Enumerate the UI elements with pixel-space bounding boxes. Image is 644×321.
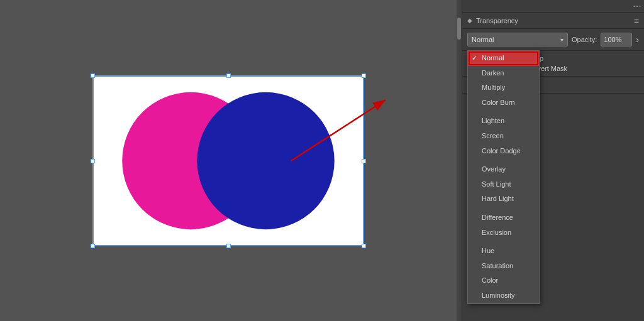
menu-item-normal-label: Normal — [482, 54, 504, 62]
menu-item-soft-light-label: Soft Light — [482, 180, 511, 188]
menu-item-darken-label: Darken — [482, 69, 504, 77]
menu-item-saturation-label: Saturation — [482, 262, 513, 269]
menu-item-overlay-label: Overlay — [482, 165, 506, 173]
menu-item-normal[interactable]: Normal — [468, 51, 539, 66]
blend-mode-arrow: ▾ — [560, 36, 564, 43]
canvas-background — [27, 7, 430, 315]
menu-item-hue-label: Hue — [482, 247, 494, 254]
menu-item-luminosity-label: Luminosity — [482, 291, 515, 299]
panel-menu-icon[interactable]: ≡ — [634, 16, 639, 26]
opacity-input[interactable]: 100% — [601, 33, 632, 46]
menu-item-exclusion[interactable]: Exclusion — [468, 226, 539, 241]
menu-item-darken[interactable]: Darken — [468, 66, 539, 81]
right-panel: ⋯ ◆ Transparency ≡ Normal ▾ Opacity: 100… — [462, 0, 644, 321]
top-strip: ⋯ — [462, 0, 644, 13]
transparency-icon: ◆ — [467, 17, 472, 24]
menu-item-overlay[interactable]: Overlay — [468, 162, 539, 177]
panel-header: ◆ Transparency ≡ — [462, 13, 644, 29]
circles-svg — [94, 77, 363, 245]
artboard — [93, 76, 364, 246]
menu-item-luminosity[interactable]: Luminosity — [468, 288, 539, 303]
menu-item-lighten-label: Lighten — [482, 117, 504, 124]
circle-blue — [197, 92, 334, 229]
menu-item-color-burn-label: Color Burn — [482, 99, 515, 106]
blend-row: Normal ▾ Opacity: 100% › Normal Darken M… — [462, 29, 644, 51]
menu-item-color-burn[interactable]: Color Burn — [468, 95, 539, 111]
menu-item-difference-label: Difference — [482, 214, 513, 221]
menu-item-hard-light-label: Hard Light — [482, 195, 514, 202]
menu-item-multiply[interactable]: Multiply — [468, 80, 539, 95]
blend-mode-menu: Normal Darken Multiply Color Burn Lighte… — [467, 50, 540, 304]
menu-item-saturation[interactable]: Saturation — [468, 259, 539, 274]
menu-item-screen-label: Screen — [482, 132, 504, 139]
menu-item-lighten[interactable]: Lighten — [468, 114, 539, 129]
opacity-value-text: 100% — [604, 36, 621, 43]
menu-item-screen[interactable]: Screen — [468, 129, 539, 144]
canvas-area — [0, 0, 457, 321]
menu-item-soft-light[interactable]: Soft Light — [468, 177, 539, 192]
menu-item-hard-light[interactable]: Hard Light — [468, 192, 539, 207]
blend-mode-dropdown[interactable]: Normal ▾ — [467, 33, 568, 46]
blend-mode-value: Normal — [472, 36, 560, 43]
menu-item-difference[interactable]: Difference — [468, 210, 539, 226]
menu-item-color-dodge-label: Color Dodge — [482, 147, 521, 155]
panel-options-icon[interactable]: ⋯ — [633, 1, 641, 11]
panel-title: Transparency — [476, 17, 630, 24]
menu-item-hue[interactable]: Hue — [468, 244, 539, 259]
scrollbar-thumb[interactable] — [457, 18, 461, 40]
opacity-label: Opacity: — [572, 36, 597, 43]
menu-item-color-dodge[interactable]: Color Dodge — [468, 144, 539, 159]
menu-item-multiply-label: Multiply — [482, 84, 505, 91]
menu-item-color-label: Color — [482, 276, 498, 284]
menu-item-color[interactable]: Color — [468, 273, 539, 288]
menu-item-exclusion-label: Exclusion — [482, 229, 511, 236]
opacity-arrow[interactable]: › — [636, 35, 639, 45]
canvas-scrollbar[interactable] — [457, 0, 462, 321]
